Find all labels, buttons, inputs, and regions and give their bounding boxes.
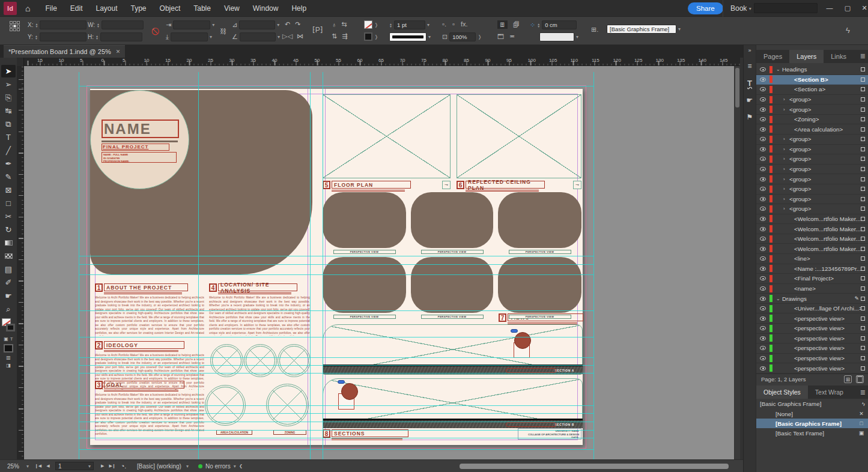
- opacity-field[interactable]: 100%: [449, 32, 476, 41]
- layer-row[interactable]: <Zoning>: [756, 115, 868, 125]
- effects-icon[interactable]: fx.: [461, 20, 468, 28]
- layer-target-square[interactable]: [861, 356, 865, 360]
- stroke-swatch[interactable]: [6, 324, 15, 331]
- layer-row[interactable]: ›<group>: [756, 165, 868, 175]
- layer-row[interactable]: <Welcom...rtfolio Maker...>: [756, 234, 868, 244]
- rotate-field[interactable]: [240, 32, 276, 41]
- preflight-status[interactable]: No errors: [205, 463, 231, 470]
- guide-horizontal[interactable]: [79, 413, 593, 414]
- height-field[interactable]: [100, 32, 142, 41]
- scale-y-field[interactable]: [171, 32, 208, 41]
- eye-icon[interactable]: [760, 177, 766, 181]
- menu-object[interactable]: Object: [153, 0, 187, 17]
- shear-field[interactable]: [239, 20, 275, 29]
- layer-row[interactable]: <perspective view>: [756, 334, 868, 344]
- type-tool-icon[interactable]: T: [1, 131, 16, 144]
- formatting-container-icon[interactable]: ▣: [4, 336, 8, 342]
- formatting-text-icon[interactable]: T: [10, 336, 13, 342]
- constrain-link-icon[interactable]: 🚫: [151, 28, 160, 35]
- menu-file[interactable]: File: [38, 0, 63, 17]
- object-style-dropdown[interactable]: [Basic Graphics Frame]: [607, 25, 676, 34]
- preflight-profile[interactable]: [Basic] (working): [137, 463, 181, 470]
- student-info-frame[interactable]: NAME : FULL NAMEID:123456789PROFESSION N…: [102, 152, 177, 163]
- layer-row[interactable]: <Univer...llage Of Archi...>: [756, 304, 868, 314]
- layer-target-square[interactable]: [861, 286, 865, 291]
- preflight-icon[interactable]: ◔.: [121, 462, 127, 470]
- layer-target-square[interactable]: [861, 336, 865, 340]
- layer-row[interactable]: <perspective view>: [756, 354, 868, 364]
- analysis-circle-frame[interactable]: [244, 344, 277, 377]
- menu-view[interactable]: View: [217, 0, 246, 17]
- guide-horizontal[interactable]: [79, 256, 593, 256]
- frame-fitting-icon[interactable]: ▫.: [442, 20, 446, 28]
- menu-help[interactable]: Help: [285, 0, 313, 17]
- document-tab[interactable]: *Presentation Board 1.indd @ 25% ✕: [4, 45, 125, 58]
- eye-icon[interactable]: [760, 67, 766, 71]
- scale-indicator-box[interactable]: ⊸: [573, 181, 581, 189]
- close-button[interactable]: ✕: [857, 0, 868, 16]
- eye-icon[interactable]: [760, 167, 766, 171]
- layer-target-square[interactable]: [861, 227, 865, 231]
- tab-links[interactable]: Links: [824, 50, 854, 63]
- perspective-view-label[interactable]: PERSPECTIVE VIEW: [333, 250, 396, 254]
- zoning-label[interactable]: ZONING: [273, 430, 306, 435]
- wrap-bounding-icon[interactable]: 🗐: [513, 21, 520, 28]
- perspective-view-frame[interactable]: [323, 192, 406, 248]
- wrap-offset-field[interactable]: 0 cm: [542, 20, 577, 29]
- eye-icon[interactable]: [760, 356, 766, 360]
- eye-icon[interactable]: [760, 117, 766, 121]
- corner-options-icon[interactable]: ⁘: [530, 21, 535, 29]
- disclosure-arrow-icon[interactable]: ›: [783, 107, 789, 112]
- body-text-frame[interactable]: Welcome to Archi Portfolio Maker! We are…: [209, 296, 310, 336]
- rotate-ccw-icon[interactable]: ↶: [285, 20, 290, 28]
- hscroll-left-arrow[interactable]: ❮: [239, 464, 243, 468]
- layer-target-square[interactable]: [861, 217, 865, 221]
- eye-icon[interactable]: [760, 197, 766, 201]
- apply-color-button[interactable]: [4, 344, 13, 352]
- eye-icon[interactable]: [760, 157, 766, 161]
- section-title[interactable]: FLOOR PLAN: [332, 181, 411, 189]
- frame-icon[interactable]: ▫: [452, 20, 455, 28]
- guide-vertical[interactable]: [79, 72, 79, 459]
- minimize-button[interactable]: —: [822, 0, 837, 16]
- disclosure-arrow-icon[interactable]: ›: [783, 156, 789, 162]
- object-style-row[interactable]: [Basic Text Frame]▣: [756, 428, 868, 438]
- horizontal-scrollbar[interactable]: [460, 464, 729, 469]
- layer-row[interactable]: <Welcom...rtfolio Maker...>: [756, 244, 868, 254]
- disclosure-arrow-icon[interactable]: ›: [783, 166, 789, 172]
- guide-horizontal[interactable]: [79, 86, 593, 86]
- layer-row[interactable]: <Welcom...rtfolio Maker...>: [756, 214, 868, 225]
- stroke-style-dropdown[interactable]: [389, 32, 426, 41]
- distribute-icon-2[interactable]: ⇶: [342, 32, 347, 40]
- tab-pages[interactable]: Pages: [756, 50, 789, 63]
- stroke-swatch-menu[interactable]: ❭: [374, 22, 378, 28]
- scissors-tool-icon[interactable]: ✂: [1, 210, 16, 223]
- layer-row[interactable]: ⌄Drawings✎: [756, 294, 868, 304]
- object-style-row[interactable]: [Basic Graphics Frame]□: [756, 419, 868, 428]
- name-circle[interactable]: NAME FINAL PROJECT NAME : FULL NAMEID:12…: [90, 90, 189, 189]
- note-tool-icon[interactable]: ▤: [1, 263, 16, 276]
- tab-close-icon[interactable]: ✕: [116, 49, 121, 55]
- perspective-view-label[interactable]: PERSPECTIVE VIEW: [421, 250, 484, 254]
- share-button[interactable]: Share: [688, 2, 723, 14]
- disclosure-arrow-icon[interactable]: ›: [783, 186, 789, 192]
- new-layer-button[interactable]: ⊞: [844, 375, 852, 383]
- eye-icon[interactable]: [760, 286, 766, 291]
- last-page-button[interactable]: ▶❙: [109, 464, 115, 468]
- wrap-none-icon[interactable]: 🗏: [497, 20, 508, 29]
- guide-horizontal[interactable]: [79, 264, 593, 265]
- link-scale-icon[interactable]: ⛓: [220, 28, 226, 35]
- disclosure-arrow-icon[interactable]: ›: [783, 177, 789, 182]
- layer-target-square[interactable]: [861, 256, 865, 261]
- y-position-field[interactable]: [40, 32, 86, 41]
- layer-row[interactable]: <Welcom...rtfolio Maker...>: [756, 224, 868, 234]
- preflight-dropdown-icon[interactable]: ▾: [186, 464, 189, 469]
- layer-row[interactable]: <perspective view>: [756, 313, 868, 324]
- scale-x-field[interactable]: [173, 20, 210, 29]
- zoom-dropdown-icon[interactable]: ▾: [26, 464, 29, 469]
- section-title[interactable]: GOAL: [104, 381, 184, 389]
- menu-edit[interactable]: Edit: [64, 0, 90, 17]
- layer-target-square[interactable]: [861, 177, 865, 181]
- disclosure-arrow-icon[interactable]: ›: [783, 147, 789, 152]
- layer-row[interactable]: ›<group>: [756, 104, 868, 115]
